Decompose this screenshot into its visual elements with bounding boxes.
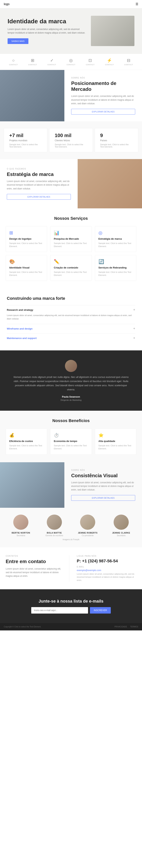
what-section: O QUE FAZEMOS Estratégia de marca Lorem … <box>0 159 142 208</box>
building-title: Construindo uma marca forte <box>7 296 135 301</box>
accordion-item-0[interactable]: Research and strategy + Lorem ipsum dolo… <box>7 305 135 324</box>
menu-icon[interactable]: ☰ <box>136 2 138 6</box>
sobre-desc: Lorem ipsum dolor sit amet, consectetur … <box>71 94 135 105</box>
team-photo-2 <box>80 515 95 530</box>
icon-label-6: CONTACT <box>124 64 133 66</box>
service-card-2: ◎ Estratégia de marca Sample text. Click… <box>95 226 136 252</box>
service-name-1: Pesquisa de Mercado <box>54 237 88 240</box>
stat-label-0: Projetos mundiais <box>9 139 42 142</box>
accordion-item-2[interactable]: Maintenance and support + <box>7 333 135 343</box>
service-icon-0: ⊞ <box>9 230 43 236</box>
team-card-3: JENNIE CLARKE Secretária <box>106 515 137 536</box>
services-grid: ⊞ Design de logotipo Sample text. Click … <box>6 226 136 281</box>
team-card-1: BOLA MATTIE Gerente de escritório <box>39 515 70 536</box>
consistencia-title: Consistência Visual <box>71 473 135 478</box>
icon-item-6[interactable]: ⊟ CONTACT <box>124 58 133 66</box>
icon-5: ⚡ <box>105 58 114 63</box>
what-label: O QUE FAZEMOS <box>7 168 71 170</box>
hero-section: Identidade da marca Lorem ipsum dolor si… <box>0 8 142 54</box>
service-desc-5: Sample text. Click to select the Text El… <box>99 271 133 277</box>
service-card-1: 📊 Pesquisa de Mercado Sample text. Click… <box>50 226 92 252</box>
sobre-title: Posicionamento de Mercado <box>71 81 135 92</box>
stat-desc-1: Sample text. Click to select the Text El… <box>55 143 87 148</box>
benefit-card-2: ⭐ Alta qualidade Sample text. Click to s… <box>95 429 136 455</box>
service-desc-2: Sample text. Click to select the Text El… <box>99 242 133 248</box>
icon-label-5: CONTACT <box>105 64 114 66</box>
icon-item-1[interactable]: ⊞ CONTACT <box>28 58 37 66</box>
icon-item-5[interactable]: ⚡ CONTACT <box>105 58 114 66</box>
hero-cta-button[interactable]: SAIBAS MAIS <box>8 38 28 44</box>
stat-label-2: Países <box>100 139 133 142</box>
testimonial-text: Nomen praetum motu dignum prodi nec null… <box>11 375 131 392</box>
newsletter-button[interactable]: INSCREVER <box>90 607 111 614</box>
service-desc-1: Sample text. Click to select the Text El… <box>54 242 88 248</box>
logo: logo <box>4 2 9 6</box>
testimonial-name: Paula Swanson <box>11 395 131 398</box>
footer-link-0[interactable]: PRIVACIDADE <box>114 626 127 628</box>
icon-item-4[interactable]: ⊡ CONTACT <box>86 58 95 66</box>
benefit-card-1: ⏱️ Economia de tempo Sample text. Click … <box>50 429 92 455</box>
service-icon-5: 🔄 <box>99 259 133 264</box>
service-icon-2: ◎ <box>99 230 133 236</box>
icon-label-2: CONTACT <box>47 64 56 66</box>
consistencia-image <box>0 462 64 508</box>
hero-description: Lorem ipsum dolor sit amet, consectetur … <box>8 28 87 35</box>
sobre-button[interactable]: EXPLORAR DETALHES <box>71 109 135 115</box>
stat-number-1: 100 mil <box>55 132 87 138</box>
newsletter-section: Junte-se à nossa lista de e-mails INSCRE… <box>0 589 142 623</box>
icon-item-2[interactable]: ✓ CONTACT <box>47 58 56 66</box>
icon-6: ⊟ <box>124 58 133 63</box>
team-grid: BERTIE NORTON Secretária BOLA MATTIE Ger… <box>6 515 136 536</box>
testimonial-avatar <box>65 360 77 372</box>
sobre-label: SOBRE NÓS <box>71 77 135 79</box>
hero-image <box>91 16 134 46</box>
service-desc-3: Sample text. Click to select the Text El… <box>9 271 43 277</box>
sobre-image <box>0 70 64 121</box>
service-name-3: Identidade Visual <box>9 266 43 269</box>
icon-label-3: CONTACT <box>67 64 75 66</box>
benefit-name-1: Economia de tempo <box>54 440 88 442</box>
team-card-2: JENNIE ROBERTS Co-presidente <box>73 515 103 536</box>
icon-item-0[interactable]: ○ CONTACT <box>9 58 18 66</box>
sobre-section: SOBRE NÓS Posicionamento de Mercado Lore… <box>0 70 142 121</box>
contact-right: LIGUE PARA NÓS P: +1 (324) 987-56-54 E-M… <box>73 555 137 582</box>
icon-item-3[interactable]: ◎ CONTACT <box>67 58 75 66</box>
service-card-3: 🎨 Identidade Visual Sample text. Click t… <box>6 255 47 281</box>
team-photo-3 <box>114 515 129 530</box>
accordion-item-1[interactable]: Wireframe and design + <box>7 324 135 333</box>
contact-left-label: CONTATOS <box>6 555 65 557</box>
footer-link-1[interactable]: TERMOS <box>130 626 138 628</box>
stat-card-0: +7 mil Projetos mundiais Sample text. Cl… <box>4 128 47 152</box>
stat-desc-0: Sample text. Click to select the Text El… <box>9 143 42 148</box>
service-icon-1: 📊 <box>54 230 88 236</box>
icon-2: ✓ <box>47 58 56 63</box>
newsletter-input[interactable] <box>31 607 88 614</box>
team-name-3: JENNIE CLARKE <box>106 532 137 534</box>
icons-row: ○ CONTACT ⊞ CONTACT ✓ CONTACT ◎ CONTACT … <box>0 54 142 70</box>
service-desc-0: Sample text. Click to select the Text El… <box>9 242 43 248</box>
consistencia-button[interactable]: EXPLORAR DETALHES <box>71 495 135 501</box>
footer-links: PRIVACIDADE TERMOS <box>114 626 138 628</box>
contact-email[interactable]: exemplo@exemplo.com <box>77 569 137 572</box>
benefit-name-0: Eficiência de custos <box>9 440 43 442</box>
hero-text-block: Identidade da marca Lorem ipsum dolor si… <box>8 18 87 44</box>
benefits-section: Nossos Benefícios 💰 Eficiência de custos… <box>0 411 142 462</box>
icon-3: ◎ <box>67 58 75 63</box>
team-photo-1 <box>47 515 62 530</box>
newsletter-title: Junte-se à nossa lista de e-mails <box>11 599 131 604</box>
accordion-icon-0: + <box>133 308 135 312</box>
what-desc: Lorem ipsum dolor sit amet, consectetur … <box>7 180 71 191</box>
what-button[interactable]: EXPLORAR DETALHES <box>7 194 71 200</box>
service-icon-4: ✏️ <box>54 259 88 264</box>
accordion-label-0: Research and strategy <box>7 308 33 311</box>
sobre-text: SOBRE NÓS Posicionamento de Mercado Lore… <box>64 70 142 121</box>
team-role-2: Co-presidente <box>73 534 103 536</box>
stat-number-2: 9 <box>100 132 133 138</box>
service-card-5: 🔄 Serviços de Rebranding Sample text. Cl… <box>95 255 136 281</box>
service-icon-3: 🎨 <box>9 259 43 264</box>
accordion-label-1: Wireframe and design <box>7 327 33 330</box>
icon-1: ⊞ <box>28 58 37 63</box>
team-role-0: Secretária <box>6 534 36 536</box>
benefits-title: Nossos Benefícios <box>6 418 136 423</box>
benefit-card-0: 💰 Eficiência de custos Sample text. Clic… <box>6 429 47 455</box>
